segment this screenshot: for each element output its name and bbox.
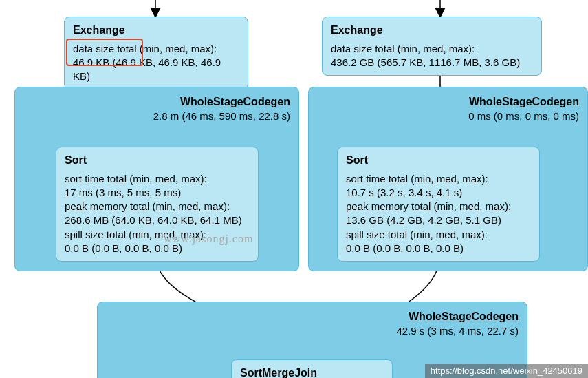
sort-title: Sort <box>346 153 531 168</box>
sort-l5: spill size total (min, med, max): <box>346 228 531 242</box>
sort-l3: peak memory total (min, med, max): <box>346 200 531 213</box>
codegen-title: WholeStageCodegen <box>468 94 579 109</box>
sort-l1: sort time total (min, med, max): <box>346 172 531 186</box>
sort-title: Sort <box>65 153 250 168</box>
watermark-text: www.jasongj.com <box>164 233 253 245</box>
exchange-line1: data size total (min, med, max): <box>331 42 533 56</box>
sort-l1: sort time total (min, med, max): <box>65 172 250 186</box>
sort-l2: 17 ms (3 ms, 5 ms, 5 ms) <box>65 186 250 200</box>
sort-l6: 0.0 B (0.0 B, 0.0 B, 0.0 B) <box>346 242 531 255</box>
sort-l2: 10.7 s (3.2 s, 3.4 s, 4.1 s) <box>346 186 531 200</box>
exchange-title: Exchange <box>331 23 533 38</box>
attribution-text: https://blog.csdn.net/weixin_42450619 <box>425 364 588 378</box>
exchange-line1: data size total (min, med, max): <box>73 42 239 56</box>
sort-l4: 13.6 GB (4.2 GB, 4.2 GB, 5.1 GB) <box>346 213 531 227</box>
sort-l4: 268.6 MB (64.0 KB, 64.0 KB, 64.1 MB) <box>65 213 250 227</box>
sort-node-right: Sort sort time total (min, med, max): 10… <box>337 147 540 262</box>
join-title: SortMergeJoin <box>240 366 384 378</box>
codegen-stats: 0 ms (0 ms, 0 ms, 0 ms) <box>468 109 579 123</box>
exchange-title: Exchange <box>73 23 239 38</box>
exchange-line2: 436.2 GB (565.7 KB, 1116.7 MB, 3.6 GB) <box>331 56 533 70</box>
codegen-title: WholeStageCodegen <box>396 309 519 324</box>
sort-l3: peak memory total (min, med, max): <box>65 200 250 213</box>
codegen-stats: 42.9 s (3 ms, 4 ms, 22.7 s) <box>396 324 519 338</box>
exchange-line2: 46.9 KB (46.9 KB, 46.9 KB, 46.9 KB) <box>73 56 239 84</box>
sortmergejoin-node: SortMergeJoin <box>231 359 393 378</box>
exchange-node-right: Exchange data size total (min, med, max)… <box>322 17 542 76</box>
codegen-stats: 2.8 m (46 ms, 590 ms, 22.8 s) <box>153 109 290 123</box>
exchange-node-left: Exchange data size total (min, med, max)… <box>64 17 248 90</box>
codegen-title: WholeStageCodegen <box>153 94 290 109</box>
